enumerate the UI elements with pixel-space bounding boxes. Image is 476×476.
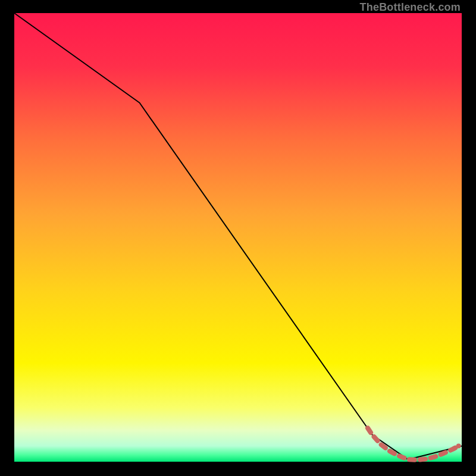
- optimal-range-line: [368, 428, 459, 460]
- bottleneck-curve-line: [14, 13, 462, 459]
- watermark-text: TheBottleneck.com: [360, 1, 461, 14]
- chart-canvas: TheBottleneck.com: [0, 0, 476, 476]
- chart-lines: [14, 13, 462, 462]
- plot-area: [14, 13, 462, 462]
- end-dot: [456, 444, 461, 449]
